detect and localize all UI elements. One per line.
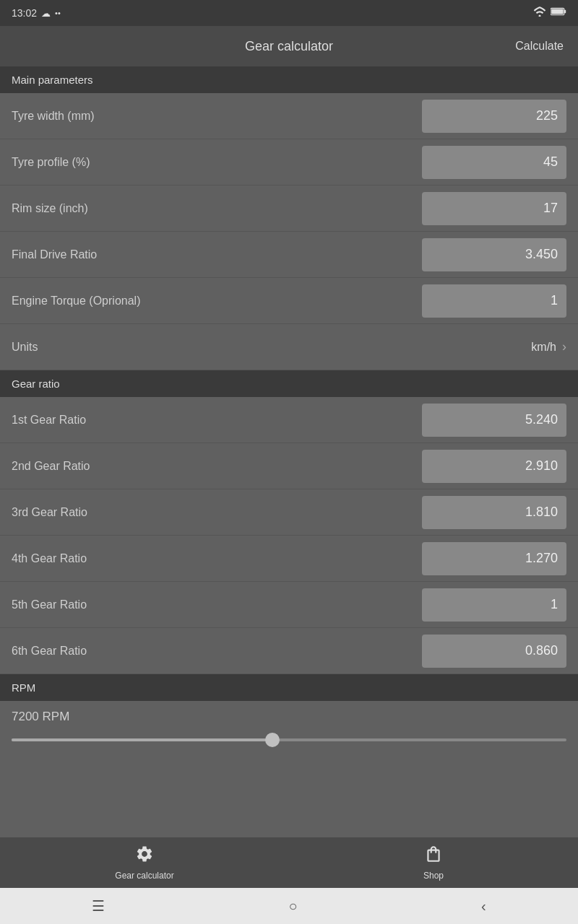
rpm-slider-thumb[interactable]: [265, 733, 280, 747]
app-bar: Gear calculator Calculate: [0, 26, 578, 66]
gear1-input[interactable]: [422, 404, 566, 437]
battery-icon: [551, 6, 566, 19]
rpm-value: 7200 RPM: [12, 710, 69, 723]
gear5-label: 5th Gear Ratio: [12, 598, 87, 611]
gear1-row: 1st Gear Ratio: [0, 397, 578, 443]
gear-calculator-icon: [135, 845, 154, 868]
units-value-container[interactable]: km/h ›: [531, 339, 566, 354]
gear1-label: 1st Gear Ratio: [12, 414, 86, 427]
engine-torque-label: Engine Torque (Oprional): [12, 295, 140, 308]
android-nav-bar: ☰ ○ ‹: [0, 888, 578, 924]
gear3-input[interactable]: [422, 496, 566, 529]
units-row[interactable]: Units km/h ›: [0, 324, 578, 370]
tyre-width-row: Tyre width (mm): [0, 93, 578, 139]
rpm-slider-row[interactable]: [0, 727, 578, 753]
rim-size-label: Rim size (inch): [12, 202, 88, 215]
gear2-input[interactable]: [422, 450, 566, 483]
gear4-row: 4th Gear Ratio: [0, 536, 578, 582]
svg-point-0: [539, 15, 541, 17]
units-chevron-icon: ›: [562, 339, 566, 354]
bottom-nav: Gear calculator Shop: [0, 837, 578, 888]
wifi-icon: [533, 6, 546, 19]
android-back-button[interactable]: ‹: [481, 898, 486, 915]
rpm-slider-fill: [12, 738, 272, 741]
main-parameters-header: Main parameters: [0, 66, 578, 93]
final-drive-row: Final Drive Ratio: [0, 232, 578, 278]
rim-size-input[interactable]: [422, 192, 566, 225]
final-drive-label: Final Drive Ratio: [12, 248, 97, 261]
gear-ratio-header: Gear ratio: [0, 370, 578, 397]
nav-item-shop[interactable]: Shop: [289, 845, 578, 881]
units-value: km/h: [531, 341, 556, 354]
nav-gear-calculator-label: Gear calculator: [115, 871, 173, 881]
gear2-label: 2nd Gear Ratio: [12, 460, 90, 473]
svg-rect-2: [564, 10, 566, 14]
tyre-width-input[interactable]: [422, 100, 566, 133]
dots-icon: ••: [55, 9, 61, 17]
rpm-header: RPM: [0, 674, 578, 701]
android-home-button[interactable]: ○: [289, 898, 298, 915]
final-drive-input[interactable]: [422, 238, 566, 271]
gear2-row: 2nd Gear Ratio: [0, 443, 578, 489]
status-bar: 13:02 ☁ ••: [0, 0, 578, 26]
rim-size-row: Rim size (inch): [0, 186, 578, 232]
svg-rect-3: [551, 9, 564, 14]
gear6-label: 6th Gear Ratio: [12, 645, 87, 658]
engine-torque-input[interactable]: [422, 284, 566, 318]
android-menu-button[interactable]: ☰: [92, 897, 105, 915]
app-title: Gear calculator: [245, 39, 333, 54]
gear5-input[interactable]: [422, 588, 566, 622]
gear6-input[interactable]: [422, 635, 566, 668]
engine-torque-row: Engine Torque (Oprional): [0, 278, 578, 324]
time-label: 13:02: [12, 7, 37, 19]
tyre-profile-label: Tyre profile (%): [12, 156, 90, 169]
tyre-profile-row: Tyre profile (%): [0, 139, 578, 186]
units-label: Units: [12, 341, 38, 354]
tyre-width-label: Tyre width (mm): [12, 110, 95, 123]
main-content: Main parameters Tyre width (mm) Tyre pro…: [0, 66, 578, 837]
status-icons: [533, 6, 566, 19]
tyre-profile-input[interactable]: [422, 146, 566, 179]
shop-icon: [424, 845, 443, 868]
rpm-slider-track[interactable]: [12, 738, 566, 741]
nav-shop-label: Shop: [423, 871, 444, 881]
gear6-row: 6th Gear Ratio: [0, 628, 578, 674]
rpm-value-row: 7200 RPM: [0, 701, 578, 727]
gear4-label: 4th Gear Ratio: [12, 552, 87, 565]
cloud-icon: ☁: [41, 8, 51, 19]
nav-item-gear-calculator[interactable]: Gear calculator: [0, 845, 289, 881]
gear5-row: 5th Gear Ratio: [0, 582, 578, 628]
gear4-input[interactable]: [422, 542, 566, 575]
gear3-row: 3rd Gear Ratio: [0, 489, 578, 536]
gear3-label: 3rd Gear Ratio: [12, 506, 87, 519]
status-time: 13:02 ☁ ••: [12, 7, 61, 19]
calculate-button[interactable]: Calculate: [515, 40, 564, 53]
